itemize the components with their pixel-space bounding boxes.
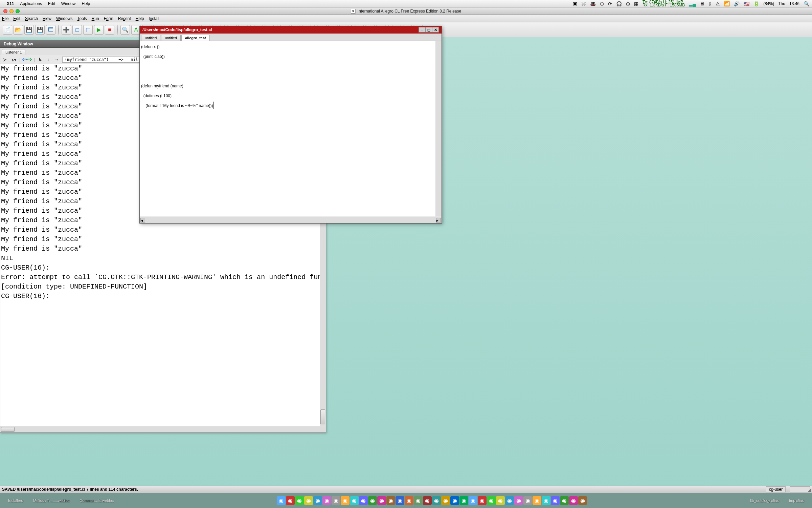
menu-view[interactable]: View	[43, 16, 51, 21]
editor-hscrollbar[interactable]: ◂ ▸	[140, 217, 442, 223]
activity-icon[interactable]: ▂▄	[689, 1, 696, 6]
status-package[interactable]: cg-user	[766, 486, 786, 492]
headphones-icon[interactable]: 🎧	[616, 1, 622, 6]
editor-maximize-button[interactable]: ◻	[425, 27, 432, 33]
dock-app-icon[interactable]: ◉	[560, 496, 569, 505]
history-fwd-button[interactable]: ⇨	[27, 56, 32, 63]
editor-titlebar[interactable]: /Users/mac/Code/lisp/allegro_test.cl – ◻…	[140, 26, 442, 34]
menubar-applications[interactable]: Applications	[20, 1, 42, 6]
dock-app-icon[interactable]: ◉	[533, 496, 541, 505]
dock-app-icon[interactable]: ◉	[505, 496, 514, 505]
load-button[interactable]: 🗔	[46, 25, 55, 35]
menuextra-icon[interactable]: ▣	[573, 1, 577, 6]
dock-app-icon[interactable]: ◉	[396, 496, 404, 505]
dock-app-icon[interactable]: ◉	[359, 496, 368, 505]
menu-recent[interactable]: Recent	[118, 16, 131, 21]
dock-app-icon[interactable]: ◉	[459, 496, 468, 505]
dock-app-icon[interactable]: ◉	[496, 496, 505, 505]
menu-form[interactable]: Form	[104, 16, 113, 21]
dock-app-icon[interactable]: ◉	[295, 496, 304, 505]
dropbox-icon[interactable]: ⬡	[600, 1, 604, 6]
dock-app-icon[interactable]: ◉	[386, 496, 395, 505]
dock-app-icon[interactable]: ◉	[350, 496, 359, 505]
window2-button[interactable]: ◫	[83, 25, 93, 35]
dock-label-tmp[interactable]: tmp alias	[784, 499, 809, 503]
menubar-app-name[interactable]: X11	[7, 1, 14, 6]
menubar-edit[interactable]: Edit	[48, 1, 55, 6]
dock-app-icon[interactable]: ◉	[578, 496, 587, 505]
close-button[interactable]	[3, 9, 7, 13]
clock-time[interactable]: 13:46	[789, 1, 799, 6]
dock-app-icon[interactable]: ◉	[423, 496, 432, 505]
dock-app-icon[interactable]: ◉	[542, 496, 550, 505]
dock-app-icon[interactable]: ◉	[332, 496, 340, 505]
stop-button[interactable]: ■	[105, 25, 114, 35]
tree-icon[interactable]: ᔕ	[10, 57, 17, 63]
dock-app-icon[interactable]: ◉	[368, 496, 377, 505]
new-project-button[interactable]: ➕	[62, 25, 71, 35]
clock-icon[interactable]: ◷	[626, 1, 630, 6]
code-editor[interactable]: (defun x () (print 'ciao)) (defun myfrie…	[140, 41, 435, 216]
nav-small-2[interactable]: ↓	[46, 57, 51, 63]
open-file-button[interactable]: 📂	[14, 25, 23, 35]
sync-icon[interactable]: ⟳	[608, 1, 612, 6]
resize-grip[interactable]: ◢	[808, 487, 811, 492]
menu-tools[interactable]: Tools	[77, 16, 87, 21]
menu-search[interactable]: Search	[25, 16, 38, 21]
display-icon[interactable]: 🖥	[700, 1, 705, 6]
dock-app-icon[interactable]: ◉	[414, 496, 423, 505]
window1-button[interactable]: ◻	[72, 25, 82, 35]
menu-edit[interactable]: Edit	[13, 16, 20, 21]
hat-icon[interactable]: 🎩	[590, 1, 596, 6]
flag-us-icon[interactable]: 🇺🇸	[744, 1, 749, 6]
nav-small-1[interactable]: ↳	[37, 57, 44, 63]
dock-label-ltb[interactable]: ltb_ontology alias	[745, 499, 784, 503]
dock-app-icon[interactable]: ◉	[523, 496, 532, 505]
run-button[interactable]: ▶	[94, 25, 104, 35]
scroll-left-button[interactable]: ◂	[140, 218, 145, 223]
dock-app-icon[interactable]: ◉	[569, 496, 578, 505]
spotlight-icon[interactable]: 🔍	[804, 1, 809, 6]
menubar-help[interactable]: Help	[82, 1, 90, 6]
editor-close-button[interactable]: ✕	[432, 27, 439, 33]
dock-app-icon[interactable]: ◉	[277, 496, 286, 505]
battery-icon[interactable]: 🔋	[753, 1, 759, 6]
clock-day[interactable]: Thu	[778, 1, 785, 6]
dock-app-icon[interactable]: ◉	[441, 496, 450, 505]
menu-windows[interactable]: Windows	[56, 16, 73, 21]
scroll-right-button[interactable]: ▸	[436, 218, 441, 223]
editor-tab-2[interactable]: allegro_test	[181, 35, 210, 41]
menu-run[interactable]: Run	[92, 16, 99, 21]
editor-vscrollbar[interactable]	[435, 41, 442, 216]
menubar-window[interactable]: Window	[61, 1, 76, 6]
dock-app-icon[interactable]: ◉	[469, 496, 477, 505]
terminal-icon[interactable]: ⌘	[581, 1, 586, 6]
tab-listener-1[interactable]: Listener 1	[2, 49, 25, 55]
editor-minimize-button[interactable]: –	[419, 27, 425, 33]
zoom-button[interactable]	[16, 9, 20, 13]
dock-app-icon[interactable]: ◉	[514, 496, 523, 505]
editor-tab-1[interactable]: untitled	[161, 35, 180, 41]
dock-app-icon[interactable]: ◉	[286, 496, 295, 505]
nav-small-3[interactable]: →	[53, 57, 60, 63]
dock-app-icon[interactable]: ◉	[304, 496, 313, 505]
save-all-button[interactable]: 💾	[35, 25, 45, 35]
minimize-button[interactable]	[9, 9, 14, 13]
prompt-icon[interactable]: ≻	[2, 57, 8, 63]
airport-icon[interactable]: ⚠	[716, 1, 720, 6]
menuextra2-icon[interactable]: ▦	[634, 1, 638, 6]
dock-app-icon[interactable]: ◉	[405, 496, 413, 505]
wifi-icon[interactable]: 📶	[724, 1, 730, 6]
dock-label-melissa[interactable]: Melissa T….....webloc	[28, 499, 74, 503]
dock-app-icon[interactable]: ◉	[487, 496, 496, 505]
volume-icon[interactable]: 🔊	[734, 1, 740, 6]
dock-app-icon[interactable]: ◉	[432, 496, 441, 505]
new-file-button[interactable]: 📄	[3, 25, 12, 35]
debug-hscrollbar[interactable]	[0, 426, 326, 432]
dock-app-icon[interactable]: ◉	[322, 496, 331, 505]
editor-tab-0[interactable]: untitled	[141, 35, 160, 41]
bluetooth-icon[interactable]: ᛒ	[709, 1, 712, 6]
dock-label-commun[interactable]: Commun…ls.webloc	[75, 499, 118, 503]
dock-app-icon[interactable]: ◉	[450, 496, 459, 505]
find-button[interactable]: 🔍	[120, 25, 130, 35]
